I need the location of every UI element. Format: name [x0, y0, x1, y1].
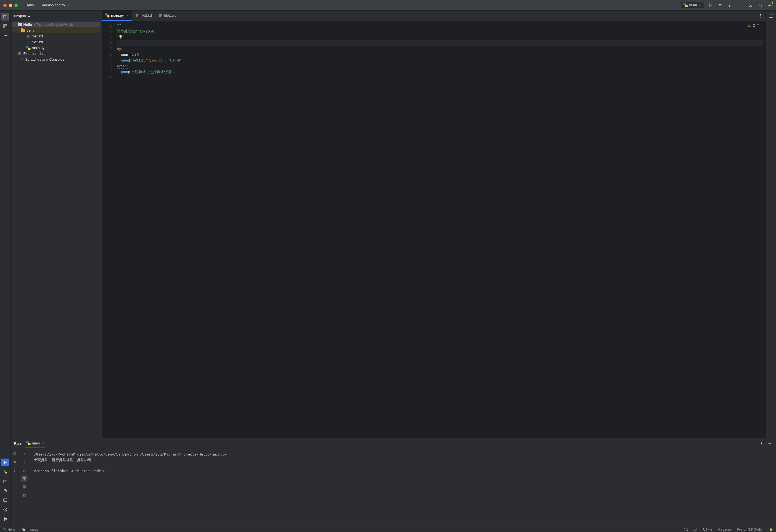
project-panel-header[interactable]: Project ⌄	[11, 11, 102, 21]
right-toolbar	[765, 11, 776, 438]
python-packages-tool-button[interactable]	[1, 487, 9, 495]
close-window-button[interactable]	[3, 4, 7, 7]
code-with-me-icon[interactable]	[748, 2, 754, 8]
search-icon[interactable]	[758, 2, 763, 8]
run-tool-button[interactable]	[1, 459, 9, 466]
expand-icon[interactable]: ›	[17, 29, 20, 32]
run-panel-title: Run	[14, 442, 21, 446]
project-panel-title: Project	[14, 14, 26, 18]
chevron-up-icon[interactable]: ˄	[757, 23, 759, 29]
editor-content[interactable]: 12345678910 """异常处理操作 代码示例"💡" try: num =…	[102, 21, 765, 438]
more-tool-button[interactable]	[1, 32, 9, 39]
tree-item-file[interactable]: file2.txt	[12, 39, 100, 45]
hide-panel-icon[interactable]	[767, 441, 773, 446]
down-icon[interactable]: ↓	[21, 459, 27, 465]
editor-tab[interactable]: file1.txt	[155, 11, 179, 21]
project-menu-label: Hello	[25, 3, 34, 7]
inspection-widget[interactable]: ⚠ 2 ˄ ˅	[748, 23, 763, 29]
close-icon[interactable]: ×	[126, 13, 129, 17]
tree-item-file[interactable]: main.py	[12, 45, 100, 51]
svg-point-10	[4, 35, 4, 36]
project-menu[interactable]: Hello ⌄	[23, 2, 40, 8]
minimize-window-button[interactable]	[9, 4, 12, 7]
notifications-icon[interactable]	[768, 13, 774, 19]
problems-tool-button[interactable]	[1, 506, 9, 513]
tree-item-external-libs[interactable]: › External Libraries	[12, 51, 100, 56]
print-icon[interactable]	[21, 484, 27, 490]
settings-badge	[772, 2, 773, 4]
tree-item-scratches[interactable]: Scratches and Consoles	[12, 56, 100, 62]
file-encoding[interactable]: UTF-8	[703, 528, 713, 531]
tree-item-label: file2.txt	[32, 40, 43, 44]
project-tool-button[interactable]	[1, 13, 9, 20]
watermark: CSDN @程正不	[755, 527, 774, 531]
more-actions-icon[interactable]	[727, 2, 732, 8]
indent-setting[interactable]: 4 spaces	[718, 528, 731, 531]
tree-root[interactable]: ⌄ Hello ~/PycharmProjects/Hello	[12, 22, 100, 27]
folder-icon	[21, 29, 25, 32]
run-more-icon[interactable]	[759, 441, 764, 446]
editor-tab[interactable]: main.py ×	[102, 11, 132, 21]
structure-tool-button[interactable]	[1, 22, 9, 30]
maximize-window-button[interactable]	[14, 4, 18, 7]
tree-item-file[interactable]: file1.txt	[12, 33, 100, 39]
code-area[interactable]: """异常处理操作 代码示例"💡" try: num = 1 / 0 open(…	[114, 21, 765, 438]
terminal-tool-button[interactable]	[1, 496, 9, 504]
breadcrumb-folder-icon: ▢	[3, 528, 6, 531]
run-tab[interactable]: main ×	[25, 440, 45, 448]
python-console-tool-button[interactable]	[1, 468, 9, 476]
toolbar-more-icon[interactable]	[12, 467, 18, 473]
tab-more-icon[interactable]	[758, 13, 763, 19]
svg-point-2	[729, 5, 730, 6]
tree-root-label: Hello	[23, 22, 32, 27]
gutter[interactable]: 12345678910	[102, 21, 114, 438]
editor-tab[interactable]: file2.txt	[132, 11, 155, 21]
svg-point-31	[761, 443, 762, 444]
console-output[interactable]: /Users/zyq/PycharmProjects/Hello/venv/bi…	[30, 449, 776, 527]
debug-button[interactable]	[717, 2, 723, 8]
expand-icon[interactable]: ›	[13, 52, 17, 55]
svg-point-28	[760, 15, 761, 16]
vcs-tool-button[interactable]	[1, 515, 9, 523]
run-button[interactable]	[708, 2, 713, 8]
stop-icon[interactable]	[12, 459, 18, 465]
settings-icon[interactable]	[767, 2, 773, 8]
caret-position[interactable]: 4:1	[684, 528, 688, 531]
svg-rect-25	[20, 58, 24, 59]
warning-count: 2	[753, 23, 755, 29]
rerun-icon[interactable]	[12, 451, 18, 457]
svg-point-0	[719, 4, 721, 6]
breadcrumb-file[interactable]: main.py	[27, 528, 38, 531]
up-icon[interactable]: ↑	[21, 451, 27, 457]
console-toolbar: ↑ ↓	[19, 449, 30, 527]
svg-point-3	[729, 6, 730, 7]
expand-icon[interactable]: ⌄	[13, 23, 17, 26]
svg-rect-9	[4, 26, 5, 28]
soft-wrap-icon[interactable]	[21, 467, 27, 473]
vcs-menu[interactable]: Version control ⌄	[40, 2, 71, 8]
svg-rect-14	[4, 481, 7, 482]
breadcrumb-root[interactable]: Hello	[7, 528, 15, 531]
python-icon	[684, 3, 688, 7]
scroll-to-end-icon[interactable]	[21, 476, 27, 482]
run-tab-label: main	[32, 441, 40, 445]
svg-rect-23	[19, 52, 20, 55]
svg-point-11	[5, 35, 6, 36]
svg-point-19	[4, 517, 5, 518]
tree-item-label: main.py	[32, 46, 45, 50]
tree-item-venv[interactable]: › venv	[12, 27, 100, 33]
trash-icon[interactable]	[21, 492, 27, 498]
close-icon[interactable]: ×	[42, 441, 44, 445]
svg-point-12	[6, 35, 7, 36]
svg-point-29	[760, 17, 761, 17]
svg-rect-33	[14, 461, 16, 463]
chevron-down-icon[interactable]: ˅	[761, 23, 763, 29]
line-separator[interactable]: LF	[694, 528, 698, 531]
services-tool-button[interactable]	[1, 477, 9, 485]
run-configuration-selector[interactable]: main ⌄	[681, 2, 704, 8]
editor-area: main.py × file2.txt file1.txt	[102, 11, 765, 438]
tree-item-label: External Libraries	[23, 51, 51, 56]
run-panel-header: Run main ×	[11, 438, 776, 449]
svg-rect-13	[4, 480, 7, 481]
editor-tab-bar: main.py × file2.txt file1.txt	[102, 11, 765, 21]
